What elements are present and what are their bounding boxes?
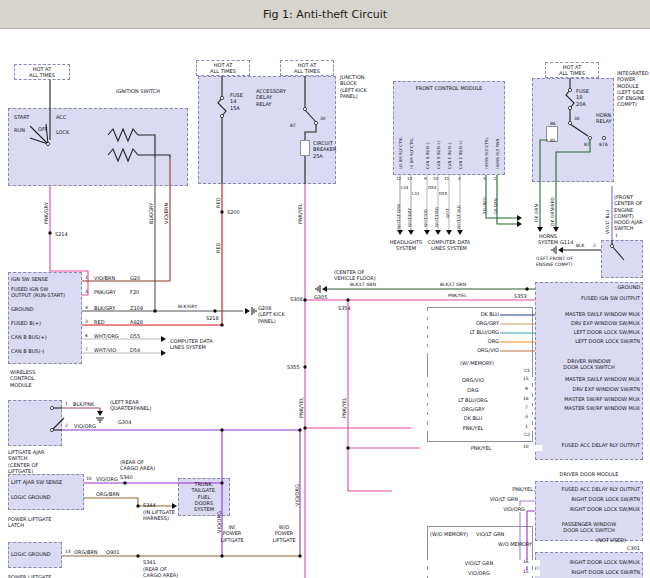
diagram-label: 10 [86,476,92,482]
wire-mar [82,158,170,281]
diagram-label: (REAR OF CARGO AREA) [120,459,155,472]
power-liftgate-latch-title: POWER LIFTGATE LATCH [8,516,51,529]
splice-dot [213,309,216,312]
diagram-label: (CENTER OF VEHICLE FLOOR) [334,269,376,282]
diagram-label: F20 [130,289,139,295]
diagram-label: L34 [401,185,408,190]
splice-s340: S340 [120,474,133,480]
diagram-label: L33 [412,191,419,196]
splice-dot [123,481,126,484]
arrowhead-icon [517,215,522,221]
ground-g208 [245,307,256,315]
diagram-label: 30 [574,116,580,122]
diagram-label: PNK/GRY [94,289,116,295]
diagram-label: 13 [407,176,412,181]
wire-dkg [556,140,590,228]
splice-dot [220,323,223,326]
diagram-label: RED [215,243,221,253]
wire-blk [138,155,170,158]
diagram-label: 3 [525,414,528,420]
diagram-label: 87 [584,142,590,148]
diagram-label: BLK/PNK [73,401,94,407]
wire-dkg [497,175,520,224]
diagram-label: HI BM RLY CTRL [409,138,414,169]
splice-dot [136,504,139,507]
figure-title-bar: Fig 1: Anti-theft Circuit [0,0,650,29]
diagram-label: (LEFT REAR QUARTERPANEL) [110,399,152,412]
anti-theft-circuit-diagram: HOT AT ALL TIMESHOT AT ALL TIMESHOT AT A… [0,28,650,578]
diagram-label: FUSED B(+) [11,320,41,326]
diagram-label: FUSED IGN SW OUTPUT [500,295,640,301]
diagram-label: PNK/YEL [297,203,303,224]
diagram-label: 3 [85,289,88,295]
diagram-label: 7 [85,347,88,353]
diagram-label: DK BLU [358,311,500,317]
diagram-label: CAN B BUS(-) [425,142,430,169]
diagram-label: 12 [396,176,401,181]
wire-bpk [62,408,100,411]
diagram-label: RED [215,198,221,208]
splice-dot [136,554,139,557]
diagram-label: 87 [290,123,296,129]
diagram-label: VIO/ORG [74,423,96,429]
diagram-label: 6 [85,333,88,339]
splice-dot [303,365,306,368]
diagram-label: RIGHT DOOR LOCK SW/RTN [500,569,640,575]
diagram-label: ORG/VIO [358,347,500,353]
diagram-label: START [14,114,29,120]
horns-system-ref: HORNS SYSTEM [488,233,608,246]
diagram-label: 2 [593,243,596,249]
diagram-label: PNK/GRY [43,202,49,224]
diagram-label: 1 [65,401,68,407]
computer-data-lines-ref-2: COMPUTER DATA LINES SYSTEM [170,338,213,351]
wire-blk [566,90,574,108]
splice-dot [346,298,349,301]
diagram-label: 2 [494,176,497,181]
wire-dkg [486,175,520,218]
diagram-label: CAN C BUS(-) [447,142,452,169]
ground-g304-label: G304 [118,419,131,425]
diagram-label: Q901 [106,549,119,555]
contact-point [610,244,613,247]
diagram-label: LOGIC GROUND [11,551,51,557]
ignition-switch-title: IGNITION SWITCH [78,88,198,94]
ground-g305-label: G305 [314,294,327,300]
diagram-label: W/O POWER LIFTGATE [224,524,344,543]
diagram-label: PNK/YEL [448,293,467,299]
diagram-label: 30 [320,116,326,122]
arrowhead-icon [446,230,452,235]
diagram-label: FUSED ACC DELAY RLY OUTPUT [500,442,640,448]
diagram-label: WHT/LT BLU [456,205,461,229]
diagram-label: MASTER SW/RF WINDOW MUX [500,396,640,402]
power-liftgate-module-title: POWER LIFTGATE MODULE (LEFT REAR CARGO A… [8,574,51,578]
diagram-label: GROUND [500,284,640,290]
diagram-label: 87A [599,142,608,148]
contact-point [568,121,571,124]
diagram-label: 4 [85,305,88,311]
ground-g208-label: G208 (LEFT KICK PANEL) [258,305,285,324]
diagram-label: CAN B BUS(+) [11,334,47,340]
wire-blk [612,246,624,260]
splice-s355: S355 [287,364,300,370]
diagram-label: WHT/LT GRN [396,204,401,229]
arrowhead-icon [517,221,522,227]
diagram-label: Z109 [130,305,143,311]
diagram-label: 4 [458,176,461,181]
diagram-label: LEFT DOOR LOCK SW/RTN [500,338,640,344]
diagram-label: 1 [85,275,88,281]
diagram-label: (W/ MEMORY) [460,360,494,366]
diagram-label: LO BM RLY CTRL [398,137,403,169]
diagram-label: FUSED IGN SW OUTPUT (RUN-START) [11,286,65,299]
diagram-label: VIO/BRN [94,275,115,281]
diagram-label: C301 [627,545,640,551]
diagram-label: 1 [615,233,618,239]
splice-dot [153,309,156,312]
diagram-label: WHT/ORG [94,333,119,339]
splice-s200: S200 [227,209,240,215]
arrowhead-icon [424,230,430,235]
contact-point [303,107,306,110]
diagram-label: WHT/GRY [407,208,412,227]
arrowhead-icon [161,336,166,342]
diagram-label: D55 [439,191,447,196]
wire-blk [305,110,316,122]
